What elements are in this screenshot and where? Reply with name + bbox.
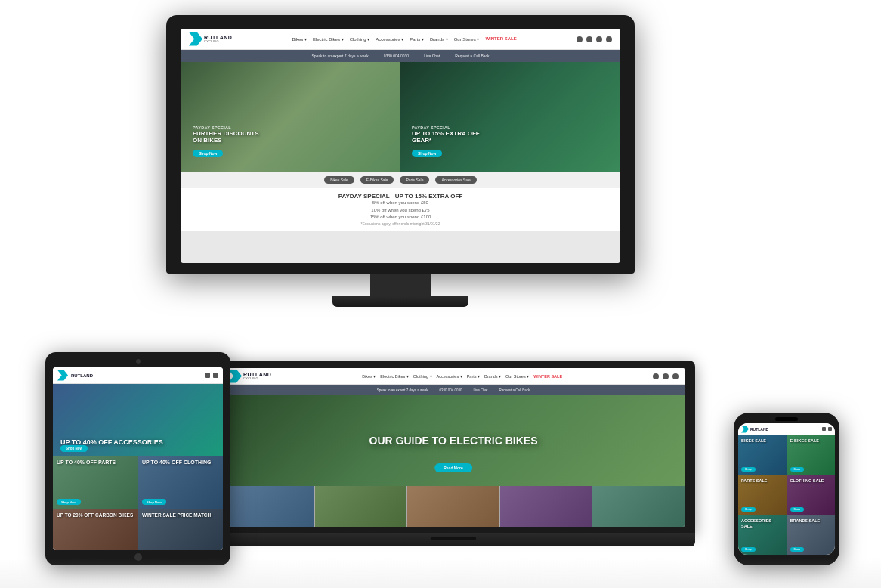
phone-info: 0330 004 0030: [384, 54, 409, 58]
laptop-bottom-3: [407, 486, 500, 527]
nav-parts[interactable]: Parts ▾: [410, 36, 424, 42]
user-icon[interactable]: [577, 36, 583, 42]
hero-left-btn[interactable]: Shop Now: [193, 150, 223, 157]
nav-brands[interactable]: Brands ▾: [430, 36, 448, 42]
laptop-logo: RUTLAND CYCLING: [228, 370, 271, 383]
site-header: RUTLAND CYCLING Bikes ▾ Electric Bikes ▾…: [181, 29, 620, 50]
laptop-info-bar: Speak to an expert 7 days a week 0330 00…: [222, 385, 685, 395]
nav-sale[interactable]: WINTER SALE: [485, 36, 516, 42]
tablet-cell-clothing: UP TO 40% OFF CLOTHING Shop Now: [138, 456, 223, 509]
tablet-bezel: RUTLAND UP TO 40% OFF ACCESSORIES Shop N…: [45, 352, 230, 565]
heart-icon[interactable]: [596, 36, 602, 42]
hero-banner-right: PAYDAY SPECIAL UP TO 15% EXTRA OFF GEAR*…: [400, 62, 620, 172]
tablet-screen: RUTLAND UP TO 40% OFF ACCESSORIES Shop N…: [53, 367, 223, 550]
tablet-header-icons: [205, 373, 218, 378]
laptop-nav-accessories[interactable]: Accessories ▾: [437, 374, 462, 379]
laptop-screen: RUTLAND CYCLING Bikes ▾ Electric Bikes ▾…: [222, 368, 685, 527]
tablet-cell-parts-btn[interactable]: Shop Now: [57, 499, 81, 505]
promo-text: PAYDAY SPECIAL - UP TO 15% EXTRA OFF 5% …: [181, 188, 620, 231]
nav-electric[interactable]: Electric Bikes ▾: [313, 36, 344, 42]
laptop-nav-clothing[interactable]: Clothing ▾: [413, 374, 432, 379]
tablet-hero-btn[interactable]: Shop Now: [60, 445, 88, 452]
monitor-bezel: RUTLAND CYCLING Bikes ▾ Electric Bikes ▾…: [166, 15, 635, 274]
phone-cell-6-btn[interactable]: Shop: [790, 547, 805, 552]
phone-cell-3-title: PARTS SALE: [741, 478, 767, 484]
laptop-bottom-5: [592, 486, 685, 527]
laptop-location-icon[interactable]: [663, 373, 669, 379]
nav-stores[interactable]: Our Stores ▾: [454, 36, 480, 42]
hero-left-tag: PAYDAY SPECIAL: [193, 125, 268, 130]
laptop-bottom-row: [222, 486, 685, 527]
promo-title: PAYDAY SPECIAL - UP TO 15% EXTRA OFF: [193, 193, 608, 200]
tablet-bottom: UP TO 20% OFF CARBON BIKES WINTER SALE P…: [53, 509, 223, 550]
phone-cell-5: ACCESSORIES SALE Shop: [738, 515, 787, 555]
nav-items: Bikes ▾ Electric Bikes ▾ Clothing ▾ Acce…: [240, 36, 569, 42]
hero-banner-left: PAYDAY SPECIAL FURTHER DISCOUNTS ON BIKE…: [181, 62, 400, 172]
laptop-chat-info: Live Chat: [474, 388, 488, 392]
monitor-stand-base: [332, 296, 468, 307]
laptop-base: [212, 533, 695, 546]
hero-right-btn[interactable]: Shop Now: [412, 150, 442, 157]
hero-right-title: UP TO 15% EXTRA OFF GEAR*: [412, 130, 487, 144]
sale-tag-accessories[interactable]: Accessories Sale: [435, 176, 476, 184]
sale-tag-bikes[interactable]: Bikes Sale: [324, 176, 354, 184]
phone-cell-6: BRANDS SALE Shop: [787, 515, 836, 555]
laptop-user-icon[interactable]: [653, 373, 659, 379]
laptop-logo-sub: CYCLING: [243, 377, 271, 380]
chat-info: Live Chat: [424, 54, 440, 58]
tablet-cell-clothing-btn[interactable]: Shop Now: [142, 499, 166, 505]
laptop-expert-info: Speak to an expert 7 days a week: [377, 388, 428, 392]
sale-tag-parts[interactable]: Parts Sale: [400, 176, 429, 184]
hero-banners: PAYDAY SPECIAL FURTHER DISCOUNTS ON BIKE…: [181, 62, 620, 172]
phone-logo-icon: [741, 426, 749, 433]
tablet-hero: UP TO 40% OFF ACCESSORIES Shop Now: [53, 384, 223, 456]
laptop-header: RUTLAND CYCLING Bikes ▾ Electric Bikes ▾…: [222, 368, 685, 385]
laptop-search-icon[interactable]: [672, 373, 679, 379]
promo-line-1: 5% off when you spend £50: [193, 200, 608, 207]
phone-cell-3: PARTS SALE Shop: [738, 475, 787, 515]
laptop-bottom-1: [222, 486, 315, 527]
phone-cell-2-btn[interactable]: Shop: [790, 467, 805, 472]
tablet-cell-parts: UP TO 40% OFF PARTS Shop Now: [53, 456, 138, 509]
tablet-cell-parts-title: UP TO 40% OFF PARTS: [57, 460, 116, 466]
logo-sub: CYCLING: [204, 40, 232, 43]
laptop-hero-btn[interactable]: Read More: [434, 463, 472, 472]
phone-cell-5-btn[interactable]: Shop: [741, 547, 756, 552]
nav-clothing[interactable]: Clothing ▾: [350, 36, 370, 42]
tablet-logo-icon: [57, 370, 68, 381]
nav-accessories[interactable]: Accessories ▾: [376, 36, 403, 42]
phone-cell-1-btn[interactable]: Shop: [741, 467, 756, 472]
laptop-nav-parts[interactable]: Parts ▾: [467, 374, 480, 379]
laptop-header-icons: [653, 373, 679, 379]
tablet-camera: [136, 359, 141, 364]
nav-bikes[interactable]: Bikes ▾: [292, 36, 307, 42]
tablet-grid: UP TO 40% OFF PARTS Shop Now UP TO 40% O…: [53, 456, 223, 509]
laptop-nav-brands[interactable]: Brands ▾: [484, 374, 501, 379]
laptop-nav-electric[interactable]: Electric Bikes ▾: [380, 374, 409, 379]
phone-cell-4: CLOTHING SALE Shop: [787, 475, 836, 515]
laptop-nav-sale[interactable]: WINTER SALE: [533, 374, 562, 379]
tablet-bottom-title-2: WINTER SALE PRICE MATCH: [142, 512, 211, 518]
floor-shadow: [0, 558, 881, 588]
tablet-logo-text: RUTLAND: [71, 373, 93, 378]
phone-cell-3-btn[interactable]: Shop: [741, 507, 756, 512]
tablet-bottom-2: WINTER SALE PRICE MATCH: [138, 509, 223, 550]
phone-icon-2[interactable]: [828, 427, 832, 431]
hero-left-title: FURTHER DISCOUNTS ON BIKES: [193, 130, 268, 144]
laptop-nav-stores[interactable]: Our Stores ▾: [505, 374, 529, 379]
tablet-icon-1[interactable]: [205, 373, 210, 378]
sale-tag-ebikes[interactable]: E-Bikes Sale: [360, 176, 394, 184]
logo-icon: [189, 32, 202, 46]
phone-header: RUTLAND: [738, 423, 835, 435]
phone-cell-4-btn[interactable]: Shop: [790, 507, 805, 512]
phone-cell-1-title: BIKES SALE: [741, 438, 766, 444]
search-icon[interactable]: [606, 36, 612, 42]
location-icon[interactable]: [586, 36, 592, 42]
phone-cell-1: BIKES SALE Shop: [738, 435, 787, 475]
promo-line-3: 15% off when you spend £100: [193, 214, 608, 221]
tablet-icon-2[interactable]: [213, 373, 218, 378]
phone-cell-6-title: BRANDS SALE: [790, 518, 821, 524]
phone-cell-2-title: E-BIKES SALE: [790, 438, 820, 444]
laptop-nav-bikes[interactable]: Bikes ▾: [362, 374, 376, 379]
phone-icon-1[interactable]: [822, 427, 826, 431]
